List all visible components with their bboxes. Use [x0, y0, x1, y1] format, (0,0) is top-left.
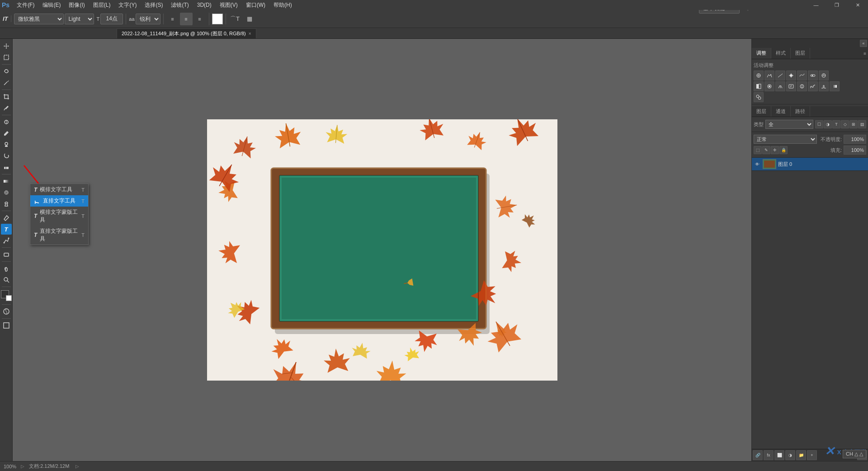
minimize-button[interactable]: —	[806, 0, 826, 10]
selection-tool[interactable]	[1, 52, 12, 63]
maximize-button[interactable]: ❐	[826, 0, 847, 10]
color-balance-icon[interactable]	[819, 71, 829, 80]
vertical-type-mask-tool-item[interactable]: T 直排文字蒙版工具 T	[30, 226, 88, 245]
font-weight-select[interactable]: Light Regular Bold	[65, 14, 94, 24]
character-panel-button[interactable]: ▦	[243, 13, 256, 25]
menu-layer[interactable]: 图层(L)	[90, 0, 114, 10]
magic-wand-tool[interactable]	[1, 77, 12, 88]
gradient-tool[interactable]	[1, 176, 12, 187]
collapse-panel-button[interactable]: «	[860, 40, 867, 47]
menu-filter[interactable]: 滤镜(T)	[167, 0, 192, 10]
lock-position-icon[interactable]: ✛	[771, 146, 779, 154]
gradient-map-icon[interactable]	[830, 81, 840, 91]
levels-icon[interactable]	[764, 71, 774, 80]
shape-tool[interactable]	[1, 249, 12, 260]
hand-tool[interactable]	[1, 263, 12, 274]
menu-select[interactable]: 选择(S)	[141, 0, 166, 10]
zoom-tool[interactable]	[1, 274, 12, 285]
antialiasing-select[interactable]: 锐利	[136, 14, 160, 24]
lock-pixels-icon[interactable]: ✎	[762, 146, 770, 154]
selective-color-icon[interactable]	[754, 92, 764, 102]
document-tab[interactable]: 2022-12-08_111449_副本.png @ 100% (图层 0, R…	[117, 28, 256, 38]
foreground-background-colors[interactable]	[1, 290, 12, 301]
warp-text-button[interactable]: ⌒T	[229, 13, 241, 25]
smart-object-icon[interactable]: ⊞	[849, 120, 858, 128]
background-color[interactable]	[6, 295, 12, 301]
menu-3d[interactable]: 3D(D)	[193, 1, 215, 9]
black-white-icon[interactable]	[754, 81, 764, 91]
layer-type-select[interactable]: 全	[765, 120, 813, 129]
crop-tool[interactable]	[1, 91, 12, 102]
adjustment-layer-icon[interactable]: ◑	[824, 120, 832, 128]
add-layer-style-button[interactable]: fx	[764, 450, 774, 460]
dodge-tool[interactable]	[1, 198, 12, 209]
healing-brush-tool[interactable]	[1, 117, 12, 127]
font-size-input[interactable]	[100, 14, 123, 24]
menu-help[interactable]: 帮助(H)	[270, 0, 296, 10]
move-tool[interactable]	[1, 41, 12, 52]
menu-edit[interactable]: 编辑(E)	[39, 0, 64, 10]
blur-tool[interactable]	[1, 187, 12, 198]
curves-icon[interactable]	[775, 71, 785, 80]
threshold-icon[interactable]	[819, 81, 829, 91]
exposure-icon[interactable]	[786, 71, 796, 80]
pixel-layer-icon[interactable]: ☐	[815, 120, 823, 128]
history-brush-tool[interactable]	[1, 151, 12, 161]
channel-tab[interactable]: 通道	[771, 106, 791, 117]
photo-filter-icon[interactable]	[764, 81, 774, 91]
filter-layer-icon[interactable]: ▤	[858, 120, 866, 128]
text-color-swatch[interactable]	[212, 14, 223, 24]
menu-window[interactable]: 窗口(W)	[242, 0, 269, 10]
create-fill-layer-button[interactable]: ◑	[785, 450, 795, 460]
menu-file[interactable]: 文件(F)	[13, 0, 38, 10]
layers-tab-header[interactable]: 图层	[791, 48, 810, 59]
brush-tool[interactable]	[1, 128, 12, 139]
close-button[interactable]: ✕	[847, 0, 868, 10]
menu-view[interactable]: 视图(V)	[216, 0, 241, 10]
invert-icon[interactable]	[797, 81, 807, 91]
tab-close-button[interactable]: ×	[249, 31, 251, 36]
create-group-button[interactable]: 📁	[796, 450, 806, 460]
quick-mask-button[interactable]	[1, 306, 12, 317]
adjustments-tab[interactable]: 调整	[752, 48, 771, 59]
color-lookup-icon[interactable]	[786, 81, 796, 91]
lock-all-icon[interactable]: 🔒	[779, 146, 788, 154]
horizontal-type-tool-item[interactable]: T 横排文字工具 T	[30, 184, 88, 195]
status-expand-button[interactable]: ▷	[75, 464, 79, 469]
shape-layer-icon[interactable]: ◇	[841, 120, 849, 128]
layer-visibility-icon[interactable]: 👁	[754, 160, 761, 168]
vertical-type-tool-item[interactable]: T 直排文字工具 T	[30, 195, 88, 207]
horizontal-type-mask-tool-item[interactable]: T 横排文字蒙版工具 T	[30, 207, 88, 226]
path-selection-tool[interactable]	[1, 235, 12, 246]
pen-tool[interactable]	[1, 212, 12, 223]
brightness-contrast-icon[interactable]	[754, 71, 764, 80]
panel-menu-button[interactable]: ≡	[862, 48, 868, 59]
channel-mixer-icon[interactable]	[775, 81, 785, 91]
align-right-button[interactable]: ≡	[193, 13, 206, 25]
create-new-layer-button[interactable]: +	[807, 450, 817, 460]
lasso-tool[interactable]	[1, 66, 12, 77]
align-left-button[interactable]: ≡	[166, 13, 179, 25]
eyedropper-tool[interactable]	[1, 103, 12, 113]
menu-image[interactable]: 图像(I)	[65, 0, 88, 10]
text-layer-icon[interactable]: T	[832, 120, 840, 128]
stamp-tool[interactable]	[1, 139, 12, 150]
styles-tab[interactable]: 样式	[771, 48, 791, 59]
add-layer-mask-button[interactable]: ⬜	[774, 450, 784, 460]
eraser-tool[interactable]	[1, 162, 12, 173]
link-layers-button[interactable]: 🔗	[753, 450, 763, 460]
blend-mode-select[interactable]: 正常	[754, 135, 817, 144]
vibrance-icon[interactable]	[797, 71, 807, 80]
posterize-icon[interactable]	[808, 81, 818, 91]
lock-transparent-icon[interactable]: ⬚	[754, 146, 762, 154]
font-family-select[interactable]: 微软雅黑	[14, 14, 64, 24]
align-center-button[interactable]: ≡	[180, 13, 193, 25]
text-tool[interactable]: T	[1, 224, 12, 235]
hue-saturation-icon[interactable]	[808, 71, 818, 80]
layer-tab[interactable]: 图层	[752, 106, 771, 117]
navigator-button[interactable]: ▷	[21, 464, 24, 469]
path-tab[interactable]: 路径	[791, 106, 810, 117]
screen-mode-button[interactable]	[1, 320, 12, 331]
layer-item[interactable]: 👁 图层 0	[752, 158, 868, 171]
menu-text[interactable]: 文字(Y)	[115, 0, 140, 10]
